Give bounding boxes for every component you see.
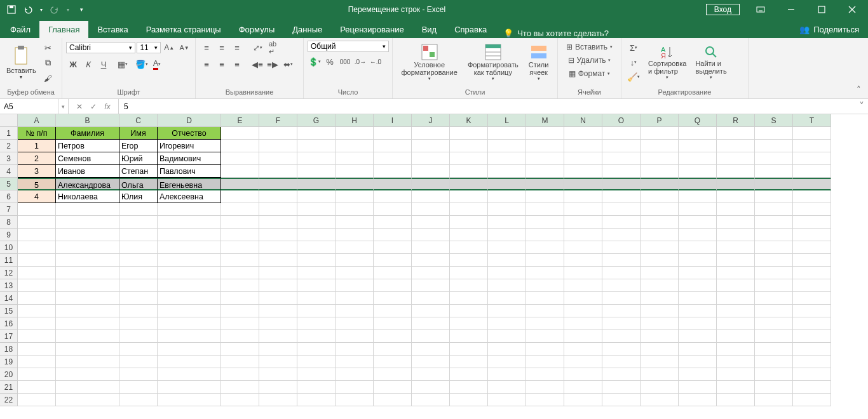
cell-G8[interactable] — [297, 216, 336, 229]
cell-C10[interactable] — [119, 241, 158, 254]
cell-K10[interactable] — [450, 241, 488, 254]
cell-L18[interactable] — [488, 343, 526, 356]
cell-S16[interactable] — [755, 317, 793, 330]
minimize-button[interactable] — [776, 1, 806, 18]
cell-I21[interactable] — [374, 381, 412, 394]
cell-A20[interactable] — [18, 368, 56, 381]
cell-C13[interactable] — [119, 279, 158, 292]
cell-S6[interactable] — [755, 190, 793, 203]
formula-input[interactable] — [119, 99, 855, 114]
cell-H7[interactable] — [336, 203, 374, 216]
cell-L4[interactable] — [488, 165, 526, 178]
cell-I4[interactable] — [374, 165, 412, 178]
cell-C14[interactable] — [119, 292, 158, 305]
cell-G20[interactable] — [297, 368, 336, 381]
underline-button[interactable]: Ч — [97, 57, 111, 71]
cell-I6[interactable] — [374, 190, 412, 203]
cell-C15[interactable] — [119, 305, 158, 317]
column-header-P[interactable]: P — [641, 114, 679, 127]
cell-J3[interactable] — [412, 152, 450, 165]
number-format-combo[interactable]: Общий▾ — [308, 41, 389, 52]
cell-T3[interactable] — [793, 152, 831, 165]
cell-G21[interactable] — [297, 381, 336, 394]
cell-C19[interactable] — [119, 356, 158, 368]
cell-Q8[interactable] — [679, 216, 717, 229]
cell-T21[interactable] — [793, 381, 831, 394]
cell-I22[interactable] — [374, 394, 412, 406]
cell-L9[interactable] — [488, 229, 526, 241]
cell-M7[interactable] — [526, 203, 564, 216]
cell-T22[interactable] — [793, 394, 831, 406]
cell-P21[interactable] — [641, 381, 679, 394]
row-header-22[interactable]: 22 — [0, 394, 18, 406]
cell-P1[interactable] — [641, 127, 679, 140]
cell-I8[interactable] — [374, 216, 412, 229]
cell-C2[interactable]: Егор — [119, 140, 158, 152]
cell-T19[interactable] — [793, 356, 831, 368]
cell-H12[interactable] — [336, 267, 374, 279]
cell-M15[interactable] — [526, 305, 564, 317]
cell-G14[interactable] — [297, 292, 336, 305]
cell-R8[interactable] — [717, 216, 755, 229]
cell-Q9[interactable] — [679, 229, 717, 241]
cell-H2[interactable] — [336, 140, 374, 152]
decrease-indent-button[interactable]: ◀≡ — [250, 57, 264, 71]
borders-button[interactable]: ▦▾ — [116, 57, 130, 71]
cell-H13[interactable] — [336, 279, 374, 292]
cell-H5[interactable] — [336, 178, 374, 190]
column-header-O[interactable]: O — [602, 114, 641, 127]
column-header-N[interactable]: N — [564, 114, 602, 127]
cell-C17[interactable] — [119, 330, 158, 343]
cell-G17[interactable] — [297, 330, 336, 343]
cell-L14[interactable] — [488, 292, 526, 305]
cell-I15[interactable] — [374, 305, 412, 317]
cell-P13[interactable] — [641, 279, 679, 292]
insert-function-button[interactable]: fx — [102, 101, 113, 112]
cell-L12[interactable] — [488, 267, 526, 279]
format-as-table-button[interactable]: Форматировать как таблицу▾ — [465, 41, 521, 84]
cell-T20[interactable] — [793, 368, 831, 381]
cell-I7[interactable] — [374, 203, 412, 216]
cell-P14[interactable] — [641, 292, 679, 305]
cell-N11[interactable] — [564, 254, 602, 267]
column-header-F[interactable]: F — [259, 114, 297, 127]
cell-G2[interactable] — [297, 140, 336, 152]
tab-pagelayout[interactable]: Разметка страницы — [137, 21, 230, 38]
cell-D7[interactable] — [158, 203, 221, 216]
cell-T16[interactable] — [793, 317, 831, 330]
cell-I14[interactable] — [374, 292, 412, 305]
cell-D13[interactable] — [158, 279, 221, 292]
cell-O3[interactable] — [602, 152, 641, 165]
column-header-H[interactable]: H — [336, 114, 374, 127]
cell-I17[interactable] — [374, 330, 412, 343]
cell-O10[interactable] — [602, 241, 641, 254]
cell-T1[interactable] — [793, 127, 831, 140]
cell-Q3[interactable] — [679, 152, 717, 165]
cell-S5[interactable] — [755, 178, 793, 190]
cell-A12[interactable] — [18, 267, 56, 279]
column-header-J[interactable]: J — [412, 114, 450, 127]
autosum-button[interactable]: Σ▾ — [625, 41, 642, 55]
cell-Q7[interactable] — [679, 203, 717, 216]
row-header-5[interactable]: 5 — [0, 178, 18, 190]
cell-D15[interactable] — [158, 305, 221, 317]
cell-N5[interactable] — [564, 178, 602, 190]
cell-C18[interactable] — [119, 343, 158, 356]
cell-R14[interactable] — [717, 292, 755, 305]
cell-H11[interactable] — [336, 254, 374, 267]
cell-Q20[interactable] — [679, 368, 717, 381]
cell-O7[interactable] — [602, 203, 641, 216]
cell-N18[interactable] — [564, 343, 602, 356]
cell-N3[interactable] — [564, 152, 602, 165]
sort-filter-button[interactable]: AЯ Сортировка и фильтр▾ — [646, 41, 689, 84]
column-header-E[interactable]: E — [221, 114, 259, 127]
cell-A9[interactable] — [18, 229, 56, 241]
cell-R5[interactable] — [717, 178, 755, 190]
cell-L10[interactable] — [488, 241, 526, 254]
cell-R22[interactable] — [717, 394, 755, 406]
cell-T5[interactable] — [793, 178, 831, 190]
cell-Q11[interactable] — [679, 254, 717, 267]
cell-H9[interactable] — [336, 229, 374, 241]
cell-D8[interactable] — [158, 216, 221, 229]
cell-G22[interactable] — [297, 394, 336, 406]
